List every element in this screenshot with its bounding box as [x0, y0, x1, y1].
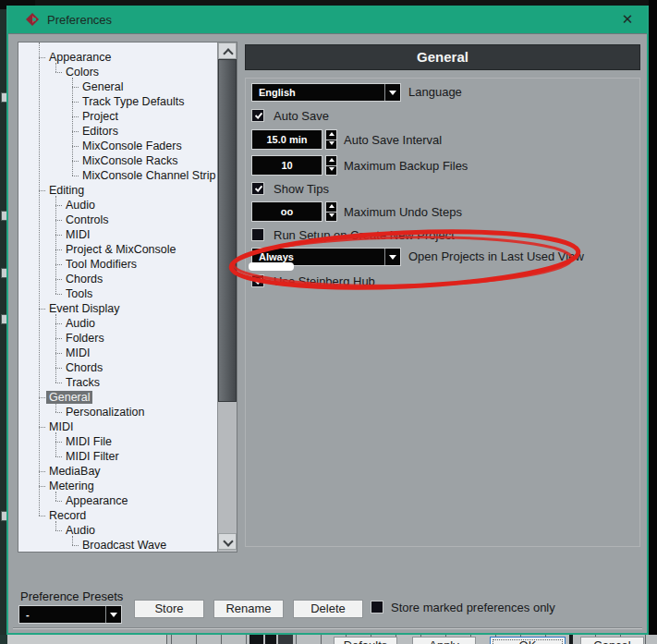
tree-item-audio[interactable]: Audio: [18, 198, 98, 213]
tree-item-project[interactable]: Project: [18, 109, 121, 124]
tree-item-label: Audio: [63, 199, 98, 212]
tree-item-label: Metering: [46, 480, 97, 492]
tree-item-label: Appearance: [63, 494, 130, 507]
tree-item-mediabay[interactable]: MediaBay: [18, 464, 103, 479]
tree-item-label: Personalization: [63, 406, 147, 419]
checkbox-use-steinberg-hub[interactable]: [251, 274, 264, 287]
spinner-arrows[interactable]: [325, 155, 337, 176]
tree-item-label: Chords: [63, 273, 105, 286]
chevron-down-icon[interactable]: [384, 249, 400, 265]
scrollbar-thumb[interactable]: [218, 59, 237, 402]
checkbox-auto-save[interactable]: [251, 109, 264, 122]
checkbox-store-marked-preferences-only[interactable]: [371, 601, 383, 614]
store-button[interactable]: Store: [134, 600, 204, 618]
setting-label: Show Tips: [274, 182, 329, 196]
check-icon: [253, 275, 264, 286]
titlebar[interactable]: Preferences ✕: [8, 6, 647, 33]
checkbox-show-tips[interactable]: [251, 182, 264, 195]
spinner-maximum-undo-steps[interactable]: oo: [251, 201, 322, 222]
tree-guide-line: [55, 314, 56, 383]
tree-item-mixconsole-racks[interactable]: MixConsole Racks: [18, 153, 181, 168]
scrollbar-up-button[interactable]: [218, 43, 237, 59]
tree-item-label: MIDI: [46, 420, 76, 433]
tree-item-editors[interactable]: Editors: [18, 124, 121, 139]
tree-item-midi-file[interactable]: MIDI File: [18, 434, 115, 449]
tree-item-metering[interactable]: Metering: [18, 479, 97, 493]
tree-item-midi[interactable]: MIDI: [18, 419, 76, 434]
spinner-down-icon[interactable]: [326, 165, 336, 175]
tree-item-label: Track Type Defaults: [79, 95, 187, 108]
tree-item-broadcast-wave[interactable]: Broadcast Wave: [18, 538, 169, 552]
tree-item-label: Record: [46, 509, 89, 522]
checkbox-run-setup-on-create-new-project[interactable]: [251, 228, 264, 241]
setting-label: Run Setup on Create New Project: [274, 228, 455, 242]
setting-label: Maximum Backup Files: [344, 159, 468, 173]
cubase-app-icon: [25, 12, 40, 27]
spinner-down-icon[interactable]: [326, 140, 336, 149]
tree-scrollbar[interactable]: [217, 43, 237, 552]
ok-button[interactable]: OK: [490, 637, 566, 644]
tree-item-tracks[interactable]: Tracks: [18, 375, 103, 390]
tree-item-appearance[interactable]: Appearance: [18, 493, 130, 508]
store-marked-label: Store marked preferences only: [391, 601, 555, 614]
spinner-arrows[interactable]: [325, 201, 337, 222]
setting-label: Auto Save: [274, 109, 329, 123]
tree-item-track-type-defaults[interactable]: Track Type Defaults: [18, 94, 187, 109]
tree-item-appearance[interactable]: Appearance: [18, 50, 114, 65]
preferences-tree: AppearanceColorsGeneralTrack Type Defaul…: [18, 43, 217, 552]
tree-item-folders[interactable]: Folders: [18, 331, 107, 346]
chevron-down-icon[interactable]: [105, 606, 121, 623]
tree-item-midi-filter[interactable]: MIDI Filter: [18, 449, 122, 464]
cancel-button[interactable]: Cancel: [580, 637, 644, 644]
tree-item-project-mixconsole[interactable]: Project & MixConsole: [18, 242, 179, 257]
scrollbar-down-button[interactable]: [218, 533, 237, 550]
footer-divider: [13, 627, 642, 629]
chevron-down-icon[interactable]: [384, 84, 400, 101]
tree-item-mixconsole-faders[interactable]: MixConsole Faders: [18, 139, 185, 153]
tree-item-label: Audio: [63, 317, 98, 330]
tree-item-tools[interactable]: Tools: [18, 286, 95, 301]
background-app-top-strip: [0, 0, 657, 5]
spinner-arrows[interactable]: [325, 129, 337, 150]
setting-label: Language: [408, 85, 462, 99]
spinner-maximum-backup-files[interactable]: 10: [251, 155, 322, 176]
close-icon[interactable]: ✕: [617, 10, 638, 29]
tree-item-label: Colors: [63, 66, 102, 79]
apply-button[interactable]: Apply: [412, 637, 476, 644]
delete-button[interactable]: Delete: [293, 600, 363, 618]
tree-item-event-display[interactable]: Event Display: [18, 301, 122, 316]
tree-item-audio[interactable]: Audio: [18, 316, 98, 331]
setting-label: Use Steinberg Hub: [274, 274, 375, 288]
tree-item-editing[interactable]: Editing: [18, 183, 87, 198]
tree-guide-line: [72, 536, 73, 545]
tree-item-label: Editing: [46, 184, 87, 197]
tree-item-label: Editors: [79, 125, 121, 138]
tree-item-label: Controls: [63, 213, 112, 226]
tree-item-colors[interactable]: Colors: [18, 65, 102, 79]
tree-item-label: Tool Modifiers: [63, 258, 140, 271]
dropdown-value: English: [259, 84, 296, 101]
tree-item-chords[interactable]: Chords: [18, 360, 105, 375]
spinner-down-icon[interactable]: [326, 212, 336, 221]
tree-item-label: Tools: [63, 287, 95, 300]
preference-presets-select[interactable]: -: [18, 605, 122, 624]
check-icon: [253, 183, 264, 194]
tree-item-controls[interactable]: Controls: [18, 213, 112, 227]
spinner-auto-save-interval[interactable]: 15.0 min: [251, 129, 322, 150]
tree-item-personalization[interactable]: Personalization: [18, 405, 147, 419]
defaults-button[interactable]: Defaults: [334, 637, 397, 644]
tree-item-chords[interactable]: Chords: [18, 272, 105, 286]
tree-item-tool-modifiers[interactable]: Tool Modifiers: [18, 257, 140, 272]
panel-title: General: [245, 44, 640, 70]
rename-button[interactable]: Rename: [213, 600, 284, 618]
tree-item-audio[interactable]: Audio: [18, 523, 98, 538]
dropdown-language[interactable]: English: [251, 83, 401, 102]
background-app-right-strip: [649, 0, 657, 644]
background-ruler-corner: [0, 635, 7, 644]
tree-guide-line: [39, 43, 40, 516]
tree-item-label: Appearance: [46, 51, 114, 64]
tree-item-mixconsole-channel-strip[interactable]: MixConsole Channel Strip: [18, 168, 217, 183]
tree-item-label: Project & MixConsole: [63, 243, 179, 256]
tree-item-record[interactable]: Record: [18, 508, 89, 523]
tree-guide-line: [55, 403, 56, 412]
